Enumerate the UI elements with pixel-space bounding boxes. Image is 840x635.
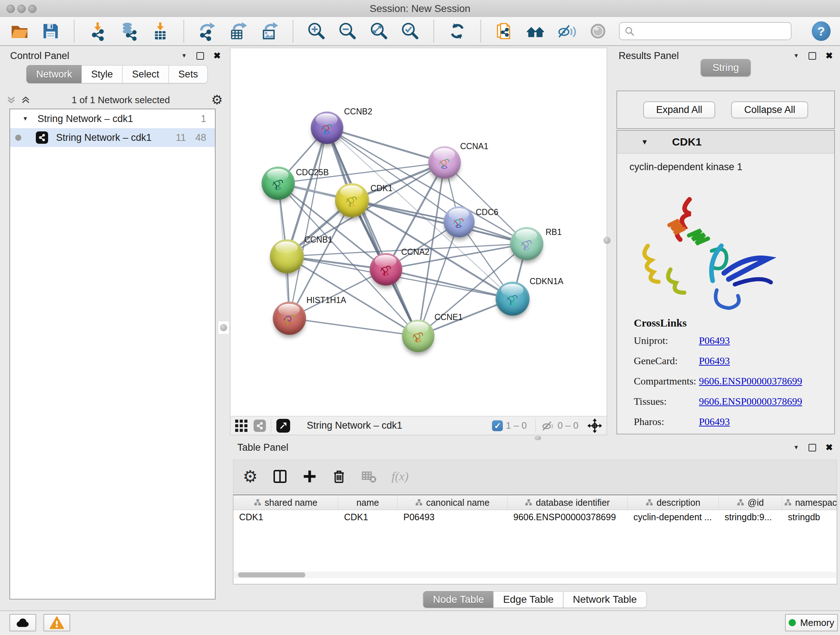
crosslink-link[interactable]: 9606.ENSP00000378699	[699, 375, 802, 387]
function-builder-button[interactable]: f(x)	[392, 470, 409, 483]
memory-button[interactable]: Memory	[785, 614, 838, 631]
collapse-all-button[interactable]: Collapse All	[731, 101, 808, 119]
panel-float-icon[interactable]	[808, 444, 816, 451]
tab-edge-table[interactable]: Edge Table	[493, 591, 564, 608]
network-edge[interactable]	[289, 318, 418, 336]
tab-network-table[interactable]: Network Table	[563, 591, 646, 608]
tab-node-table[interactable]: Node Table	[423, 591, 494, 608]
zoom-in-button[interactable]	[306, 21, 327, 42]
selected-nodes-checkbox[interactable]: ✓	[492, 420, 503, 431]
table-row[interactable]: CDK1CDK1P064939606.ENSP00000378699cyclin…	[233, 510, 837, 524]
crosslink-link[interactable]: P06493	[699, 416, 730, 428]
scrollbar-thumb[interactable]	[238, 572, 305, 578]
table-cell-canonical-name[interactable]: P06493	[398, 512, 508, 523]
network-node-rb1[interactable]	[510, 227, 543, 260]
network-edge[interactable]	[289, 128, 327, 318]
export-image-button[interactable]	[259, 21, 279, 42]
collapse-all-chevron-icon[interactable]	[6, 96, 16, 104]
panel-float-icon[interactable]	[196, 52, 204, 60]
panel-menu-caret-icon[interactable]: ▼	[793, 444, 799, 451]
export-network-button[interactable]	[197, 21, 218, 42]
network-node-cdkn1a[interactable]	[496, 282, 530, 316]
column-header-shared-name[interactable]: shared name	[233, 495, 338, 510]
network-node-cdc6[interactable]	[444, 206, 475, 238]
tab-sets[interactable]: Sets	[169, 65, 208, 83]
panel-float-icon[interactable]	[808, 52, 816, 60]
table-settings-button[interactable]: ⚙	[243, 468, 257, 485]
import-network-database-button[interactable]	[118, 21, 139, 42]
network-node-cdk1[interactable]	[335, 183, 369, 217]
column-header-namespace[interactable]: namespace	[782, 495, 837, 510]
hide-panels-button[interactable]	[556, 21, 576, 42]
import-network-file-button[interactable]	[88, 21, 108, 42]
crosslink-link[interactable]: 9606.ENSP00000378699	[699, 396, 802, 407]
section-caret-icon[interactable]: ▼	[641, 138, 648, 146]
expand-all-chevron-icon[interactable]	[21, 96, 30, 104]
network-share-icon[interactable]	[254, 420, 266, 432]
column-header-name[interactable]: name	[338, 495, 398, 510]
network-canvas[interactable]: CCNB2CCNA1CDC25BCDK1CDC6RB1CCNB1CCNA2CDK…	[231, 48, 607, 416]
crosslink-link[interactable]: P06493	[699, 335, 730, 347]
table-cell-database-identifier[interactable]: 9606.ENSP00000378699	[508, 512, 628, 523]
network-node-ccne1[interactable]	[402, 320, 434, 352]
network-edge[interactable]	[327, 128, 445, 163]
column-header-description[interactable]: description	[628, 495, 719, 510]
warning-button[interactable]	[43, 614, 70, 631]
grid-view-icon[interactable]	[235, 419, 248, 432]
hidden-eye-icon[interactable]	[541, 420, 554, 432]
zoom-selected-button[interactable]	[400, 21, 420, 42]
open-session-button[interactable]	[9, 21, 30, 42]
zoom-out-button[interactable]	[338, 21, 358, 42]
import-table-file-button[interactable]	[150, 21, 171, 42]
cloud-button[interactable]	[9, 614, 36, 631]
tab-style[interactable]: Style	[81, 65, 123, 83]
birdseye-view-icon[interactable]	[276, 419, 290, 432]
column-header-canonical-name[interactable]: canonical name	[398, 495, 508, 510]
panel-menu-caret-icon[interactable]: ▼	[181, 52, 187, 59]
tab-select[interactable]: Select	[122, 65, 169, 83]
left-splitter-handle[interactable]	[218, 321, 229, 334]
table-cell-namespace[interactable]: stringdb	[782, 512, 837, 523]
network-row-selected[interactable]: String Network – cdk1 11 48	[10, 128, 215, 147]
network-edge[interactable]	[386, 269, 513, 299]
tab-network[interactable]: Network	[27, 65, 82, 83]
table-cell-description[interactable]: cyclin-dependent ...	[628, 512, 719, 523]
node-section-header[interactable]: ▼ CDK1	[617, 131, 834, 154]
network-node-cdc25b[interactable]	[262, 166, 295, 200]
bottom-splitter-handle[interactable]	[535, 436, 541, 440]
panel-close-icon[interactable]: ✖	[826, 442, 833, 453]
network-node-ccnb1[interactable]	[270, 239, 304, 273]
column-header-database-identifier[interactable]: database identifier	[508, 495, 628, 510]
network-collection-row[interactable]: ▼ String Network – cdk1 1	[10, 109, 215, 128]
expand-all-button[interactable]: Expand All	[643, 101, 715, 119]
save-session-button[interactable]	[41, 21, 61, 42]
create-column-button[interactable]	[272, 469, 288, 485]
home-button[interactable]	[525, 21, 546, 42]
help-button[interactable]: ?	[812, 21, 831, 41]
network-node-ccnb2[interactable]	[311, 111, 343, 144]
delete-row-button[interactable]	[332, 469, 347, 484]
gear-icon[interactable]: ⚙	[211, 93, 223, 106]
horizontal-scrollbar[interactable]	[234, 572, 836, 578]
pan-crosshair-icon[interactable]	[587, 418, 602, 433]
network-node-ccna1[interactable]	[428, 146, 461, 179]
export-table-button[interactable]	[228, 21, 248, 42]
panel-menu-caret-icon[interactable]: ▼	[793, 52, 799, 59]
tree-caret-icon[interactable]: ▼	[22, 116, 28, 122]
delete-column-button[interactable]	[361, 469, 377, 485]
table-cell-shared-name[interactable]: CDK1	[233, 512, 338, 523]
crosslink-link[interactable]: P06493	[699, 355, 730, 367]
add-row-button[interactable]	[302, 469, 317, 484]
zoom-fit-button[interactable]	[369, 21, 389, 42]
network-edge[interactable]	[352, 200, 527, 244]
panel-close-icon[interactable]: ✖	[213, 51, 221, 61]
search-box[interactable]	[619, 22, 791, 40]
network-node-ccna2[interactable]	[370, 253, 402, 286]
search-input[interactable]	[635, 25, 786, 37]
column-header-id[interactable]: @id	[719, 495, 782, 510]
tab-string[interactable]: String	[701, 59, 750, 76]
network-node-hist1h1a[interactable]	[273, 302, 306, 335]
show-panels-button[interactable]	[588, 21, 608, 42]
apply-layout-button[interactable]	[447, 21, 467, 42]
share-document-button[interactable]	[494, 21, 515, 42]
